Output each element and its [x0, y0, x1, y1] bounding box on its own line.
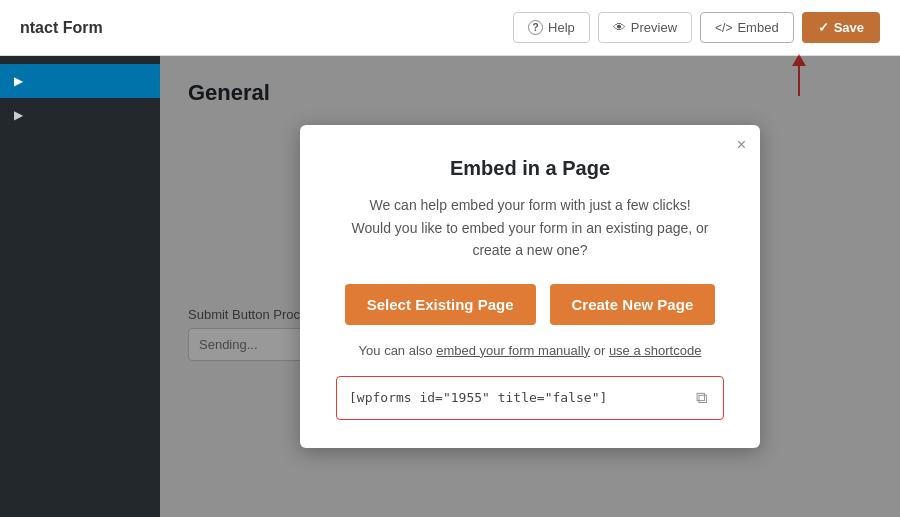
or-text: or — [594, 343, 609, 358]
save-button[interactable]: ✓ Save — [802, 12, 880, 43]
save-label: Save — [834, 20, 864, 35]
embed-label: Embed — [737, 20, 778, 35]
modal-description: We can help embed your form with just a … — [336, 194, 724, 261]
modal-links: You can also embed your form manually or… — [336, 343, 724, 358]
shortcode-value: [wpforms id="1955" title="false"] — [349, 390, 682, 405]
help-button[interactable]: ? Help — [513, 12, 590, 43]
copy-icon: ⧉ — [696, 389, 707, 406]
page-title: ntact Form — [20, 19, 103, 37]
embed-code-icon: </> — [715, 21, 732, 35]
select-existing-page-button[interactable]: Select Existing Page — [345, 284, 536, 325]
embed-button[interactable]: </> Embed — [700, 12, 794, 43]
sidebar-item-2[interactable]: ▶ — [0, 98, 160, 132]
help-label: Help — [548, 20, 575, 35]
shortcode-box: [wpforms id="1955" title="false"] ⧉ — [336, 376, 724, 420]
create-new-page-button[interactable]: Create New Page — [550, 284, 716, 325]
chevron-right-icon-2: ▶ — [14, 108, 23, 122]
also-text: You can also — [359, 343, 433, 358]
embed-manually-link[interactable]: embed your form manually — [436, 343, 590, 358]
content-area: General Submit Button Processing Text ? … — [160, 56, 900, 517]
embed-modal: × Embed in a Page We can help embed your… — [300, 125, 760, 447]
help-icon: ? — [528, 20, 543, 35]
eye-icon: 👁 — [613, 20, 626, 35]
header-actions: ? Help 👁 Preview </> Embed ✓ Save — [513, 12, 880, 43]
use-shortcode-link[interactable]: use a shortcode — [609, 343, 702, 358]
sidebar: ▶ ▶ — [0, 56, 160, 517]
modal-close-button[interactable]: × — [737, 137, 746, 153]
copy-shortcode-button[interactable]: ⧉ — [692, 387, 711, 409]
modal-overlay[interactable]: × Embed in a Page We can help embed your… — [160, 56, 900, 517]
chevron-right-icon: ▶ — [14, 74, 23, 88]
check-icon: ✓ — [818, 20, 829, 35]
preview-button[interactable]: 👁 Preview — [598, 12, 692, 43]
preview-label: Preview — [631, 20, 677, 35]
sidebar-item-1[interactable]: ▶ — [0, 64, 160, 98]
main-layout: ▶ ▶ General Submit Button Processing Tex… — [0, 56, 900, 517]
top-bar: ntact Form ? Help 👁 Preview </> Embed ✓ … — [0, 0, 900, 56]
modal-title: Embed in a Page — [336, 157, 724, 180]
modal-action-buttons: Select Existing Page Create New Page — [336, 284, 724, 325]
